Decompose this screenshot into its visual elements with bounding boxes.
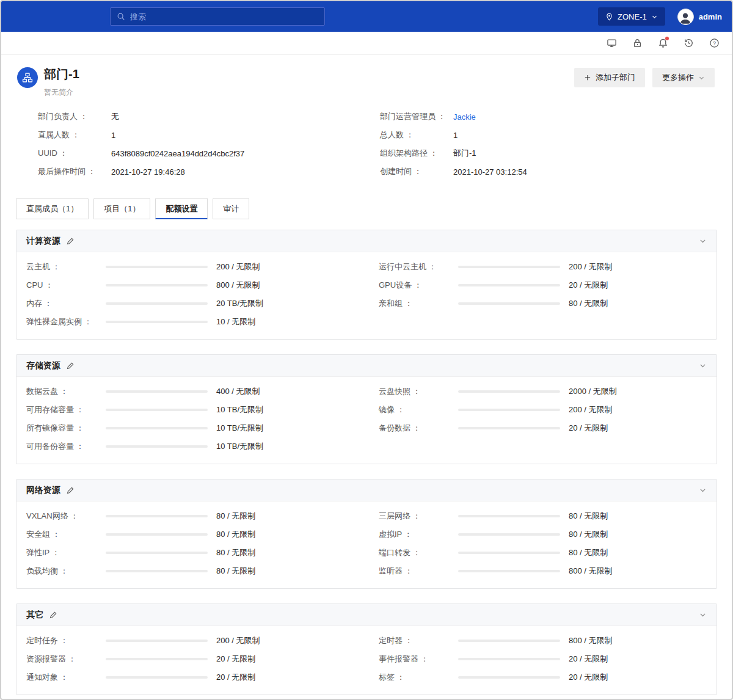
section-network-resources: 网络资源 VXLAN网络 ：80 / 无限制 三层网络 ：80 / 无限制 安全… [16, 479, 717, 589]
quota-label: 负载均衡 ： [26, 566, 106, 577]
quota-progress-track [106, 552, 208, 554]
edit-pencil-icon[interactable] [66, 362, 75, 370]
quota-value: 80 / 无限制 [208, 511, 282, 522]
username: admin [699, 12, 722, 21]
quota-progress-track [458, 266, 560, 268]
tab-bar: 直属成员（1） 项目（1） 配额设置 审计 [1, 181, 732, 219]
add-child-department-button[interactable]: 添加子部门 [574, 68, 645, 87]
history-icon[interactable] [683, 38, 694, 49]
quota-progress-track [106, 427, 208, 429]
collapse-chevron-icon[interactable] [699, 486, 707, 494]
quota-label: 安全组 ： [26, 529, 106, 540]
quota-value: 80 / 无限制 [208, 566, 282, 577]
quota-item: 标签 ：20 / 无限制 [379, 668, 707, 687]
quota-item: 弹性IP ：80 / 无限制 [26, 544, 354, 562]
add-child-department-label: 添加子部门 [596, 72, 635, 83]
tab-projects[interactable]: 项目（1） [93, 198, 150, 219]
quota-item: 监听器 ：800 / 无限制 [379, 562, 707, 580]
collapse-chevron-icon[interactable] [699, 362, 707, 370]
quota-item: 三层网络 ：80 / 无限制 [379, 507, 707, 525]
quota-item: 虚拟IP ：80 / 无限制 [379, 525, 707, 544]
quota-progress-track [106, 284, 208, 286]
quota-value: 10 TB/无限制 [208, 404, 282, 415]
lock-icon[interactable] [632, 38, 643, 49]
more-actions-button[interactable]: 更多操作 [652, 68, 715, 87]
quota-item: 通知对象 ：20 / 无限制 [26, 668, 354, 687]
edit-pencil-icon[interactable] [66, 237, 75, 246]
search-input[interactable] [130, 12, 318, 21]
info-value: 1 [111, 131, 115, 140]
quota-value: 80 / 无限制 [208, 529, 282, 540]
quota-item: 亲和组 ：80 / 无限制 [379, 294, 707, 313]
info-row-last-op-time: 最后操作时间 ： 2021-10-27 19:46:28 [38, 162, 380, 181]
quota-item: 备份数据 ：20 / 无限制 [379, 419, 707, 437]
quota-item: 负载均衡 ：80 / 无限制 [26, 562, 354, 580]
info-value: 部门-1 [453, 148, 476, 159]
console-monitor-icon[interactable] [606, 38, 617, 49]
quota-grid: 数据云盘 ：400 / 无限制 云盘快照 ：2000 / 无限制 可用存储容量 … [16, 377, 717, 464]
collapse-chevron-icon[interactable] [699, 611, 707, 619]
department-org-icon [17, 67, 38, 88]
quota-label: 定时任务 ： [26, 635, 106, 646]
tab-quota-settings[interactable]: 配额设置 [155, 198, 208, 219]
section-title: 网络资源 [26, 485, 60, 496]
quota-grid: 云主机 ：200 / 无限制 运行中云主机 ：200 / 无限制 CPU ：80… [16, 252, 717, 339]
info-value: 1 [453, 131, 458, 140]
quota-item: 云盘快照 ：2000 / 无限制 [379, 382, 707, 401]
quota-value: 10 TB/无限制 [208, 441, 282, 452]
quota-progress-track [458, 515, 560, 517]
tab-direct-members[interactable]: 直属成员（1） [16, 198, 89, 219]
quota-value: 10 TB/无限制 [208, 423, 282, 434]
topbar: ZONE-1 admin [1, 1, 732, 32]
search-box[interactable] [110, 7, 325, 26]
quota-item: 端口转发 ：80 / 无限制 [379, 544, 707, 562]
info-row-create-time: 创建时间 ： 2021-10-27 03:12:54 [380, 162, 717, 181]
quota-value: 80 / 无限制 [560, 298, 635, 309]
edit-pencil-icon[interactable] [49, 611, 57, 619]
title-block: 部门-1 暂无简介 [44, 66, 79, 98]
quota-item: 可用备份容量 ：10 TB/无限制 [26, 437, 354, 456]
quota-label: 定时器 ： [379, 635, 458, 646]
quota-item: 弹性裸金属实例 ：10 / 无限制 [26, 313, 354, 331]
quota-value: 800 / 无限制 [560, 566, 635, 577]
info-row-uuid: UUID ： 643f8089cf0242aea194dd2d4cbc2f37 [38, 144, 380, 162]
edit-pencil-icon[interactable] [66, 486, 75, 495]
tab-audit[interactable]: 审计 [213, 198, 249, 219]
quota-progress-track [458, 427, 560, 429]
zone-selector[interactable]: ZONE-1 [598, 7, 665, 26]
quota-label: GPU设备 ： [379, 280, 458, 291]
quota-item: 安全组 ：80 / 无限制 [26, 525, 354, 544]
quota-label: 监听器 ： [379, 566, 458, 577]
page-subtitle: 暂无简介 [44, 87, 79, 98]
help-icon[interactable]: ? [709, 38, 720, 49]
info-row-ops-admin: 部门运营管理员 ： Jackie [380, 108, 717, 126]
section-header: 存储资源 [16, 355, 717, 377]
section-storage-resources: 存储资源 数据云盘 ：400 / 无限制 云盘快照 ：2000 / 无限制 可用… [16, 354, 717, 464]
quota-label: 可用存储容量 ： [26, 404, 106, 415]
quota-item: 资源报警器 ：20 / 无限制 [26, 650, 354, 668]
quota-label: 虚拟IP ： [379, 529, 458, 540]
quota-progress-track [106, 640, 208, 642]
info-label: 总人数 ： [380, 129, 453, 140]
quota-value: 2000 / 无限制 [560, 386, 635, 397]
quota-progress-track [106, 676, 208, 679]
header-actions: 添加子部门 更多操作 [574, 68, 715, 87]
quota-value: 200 / 无限制 [560, 404, 635, 415]
collapse-chevron-icon[interactable] [699, 237, 707, 245]
quota-progress-track [458, 533, 560, 536]
user-menu[interactable]: admin [677, 9, 722, 25]
quota-value: 800 / 无限制 [208, 280, 282, 291]
quota-label: 三层网络 ： [379, 511, 458, 522]
quota-progress-track [458, 658, 560, 660]
info-value: 2021-10-27 19:46:28 [111, 167, 185, 177]
quota-value: 200 / 无限制 [560, 261, 635, 272]
ops-admin-link[interactable]: Jackie [453, 112, 476, 122]
quota-value: 20 / 无限制 [208, 672, 282, 683]
avatar [677, 9, 694, 25]
page-header: 部门-1 暂无简介 添加子部门 更多操作 [1, 55, 732, 98]
quota-progress-track [106, 570, 208, 572]
bell-icon[interactable] [657, 38, 668, 49]
quota-label: 标签 ： [379, 672, 458, 683]
quota-value: 80 / 无限制 [560, 529, 635, 540]
notification-badge [665, 37, 669, 40]
